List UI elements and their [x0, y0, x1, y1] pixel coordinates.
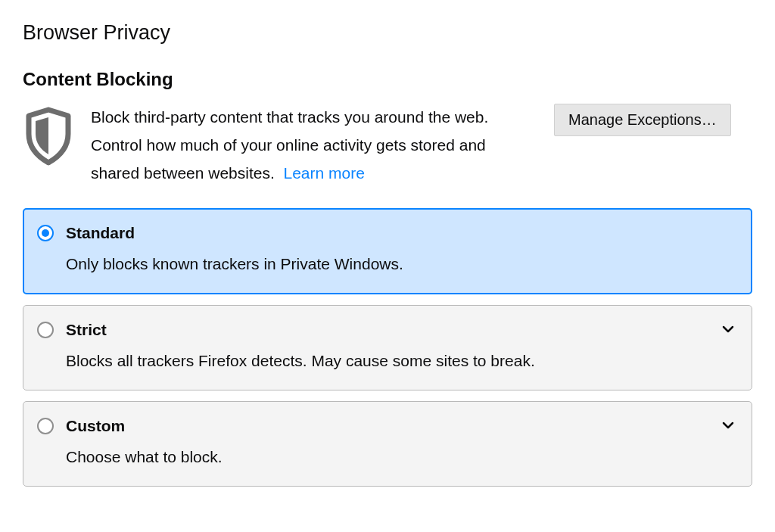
content-blocking-description: Block third-party content that tracks yo…	[91, 104, 537, 187]
page-title: Browser Privacy	[23, 21, 752, 45]
radio-standard[interactable]	[37, 225, 54, 241]
chevron-down-icon[interactable]	[721, 322, 735, 336]
learn-more-link[interactable]: Learn more	[283, 164, 364, 182]
content-blocking-intro: Block third-party content that tracks yo…	[23, 104, 752, 187]
option-custom-header: Custom	[37, 417, 733, 435]
option-standard-title: Standard	[66, 224, 135, 242]
option-standard[interactable]: Standard Only blocks known trackers in P…	[23, 208, 752, 294]
chevron-down-icon[interactable]	[721, 418, 735, 432]
content-blocking-heading: Content Blocking	[23, 69, 752, 90]
manage-exceptions-button[interactable]: Manage Exceptions…	[554, 104, 731, 136]
option-standard-description: Only blocks known trackers in Private Wi…	[66, 253, 733, 275]
content-blocking-options: Standard Only blocks known trackers in P…	[23, 208, 752, 487]
option-custom-title: Custom	[66, 417, 125, 435]
option-strict-title: Strict	[66, 321, 107, 339]
option-strict-header: Strict	[37, 321, 733, 339]
option-strict-description: Blocks all trackers Firefox detects. May…	[66, 350, 733, 372]
radio-strict[interactable]	[37, 322, 54, 338]
radio-custom[interactable]	[37, 418, 54, 434]
option-custom[interactable]: Custom Choose what to block.	[23, 401, 752, 487]
shield-icon	[23, 107, 74, 169]
option-standard-header: Standard	[37, 224, 733, 242]
option-strict[interactable]: Strict Blocks all trackers Firefox detec…	[23, 305, 752, 390]
option-custom-description: Choose what to block.	[66, 446, 733, 468]
